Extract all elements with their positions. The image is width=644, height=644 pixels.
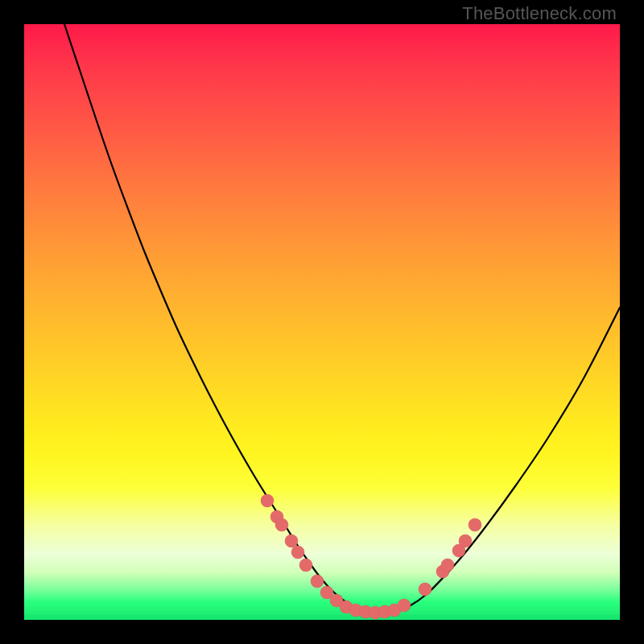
scatter-point (285, 535, 298, 547)
scatter-point (311, 575, 324, 588)
bottleneck-curve (64, 24, 620, 613)
scatter-point (275, 518, 288, 531)
chart-svg (24, 24, 620, 620)
scatter-point (261, 494, 274, 507)
scatter-point (291, 546, 304, 559)
scatter-point (469, 518, 481, 531)
scatter-point (398, 599, 411, 612)
scatter-point (419, 583, 431, 596)
attribution-text: TheBottleneck.com (462, 3, 617, 24)
scatter-point (441, 559, 454, 572)
scatter-point (299, 559, 312, 572)
chart-frame (24, 24, 620, 620)
scatter-point (459, 535, 472, 547)
scatter-points-group (261, 494, 481, 619)
